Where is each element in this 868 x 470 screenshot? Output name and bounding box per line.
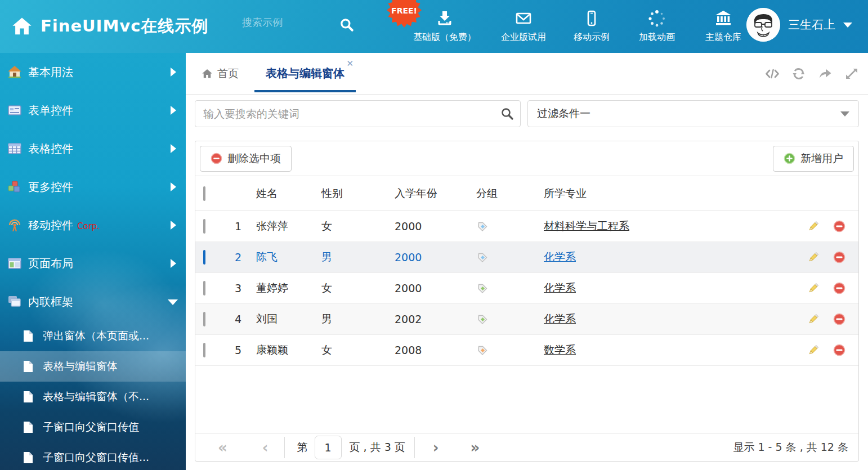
sidebar-item-form-controls[interactable]: 表单控件 <box>0 91 186 129</box>
major-link[interactable]: 化学系 <box>544 281 576 294</box>
home-icon <box>202 68 213 79</box>
sidebar-subitem-child-to-parent[interactable]: 子窗口向父窗口传值 <box>0 412 186 442</box>
sidebar-item-grid-controls[interactable]: 表格控件 <box>0 129 186 168</box>
sidebar-subitem-label: 弹出窗体（本页面或... <box>43 329 149 343</box>
cell-group <box>473 344 540 356</box>
edit-pencil-icon[interactable] <box>807 251 820 263</box>
search-icon[interactable] <box>500 107 514 120</box>
sidebar-item-label: 基本用法 <box>28 65 73 80</box>
nav-enterprise-trial[interactable]: 企业版试用 <box>490 9 557 43</box>
major-link[interactable]: 化学系 <box>544 250 576 263</box>
row-checkbox[interactable] <box>203 250 205 265</box>
first-page-button[interactable]: « <box>218 439 227 456</box>
pager-divider <box>284 437 285 458</box>
delete-row-icon[interactable] <box>833 282 845 294</box>
search-icon[interactable] <box>339 17 354 32</box>
tab-home[interactable]: 首页 <box>202 66 254 81</box>
tab-grid-edit-window[interactable]: 表格与编辑窗体 ✕ <box>254 53 356 95</box>
pagination-bar: « ‹ 第 页 , 共 3 页 › » 显示 1 - 5 条 , 共 12 条 <box>195 433 858 461</box>
fineui-demo-page: FineUIMvc在线示例 FREE! 基础版（免费） <box>0 0 868 470</box>
delete-row-icon[interactable] <box>833 251 845 263</box>
sidebar-item-mobile-controls[interactable]: 移动控件 Corp. <box>0 206 186 244</box>
header-search-input[interactable] <box>242 17 332 29</box>
sidebar-subitem-grid-edit-window-2[interactable]: 表格与编辑窗体（不... <box>0 382 186 412</box>
nav-theme-repo[interactable]: 主题仓库 <box>692 9 755 43</box>
table-icon <box>7 141 22 156</box>
row-checkbox[interactable] <box>203 219 205 234</box>
prev-page-button[interactable]: ‹ <box>262 439 269 456</box>
sidebar-item-more-controls[interactable]: 更多控件 <box>0 168 186 206</box>
nav-label: 企业版试用 <box>501 32 546 43</box>
row-actions <box>794 220 858 232</box>
corp-badge: Corp. <box>77 221 100 231</box>
select-all-checkbox[interactable] <box>203 186 205 201</box>
sidebar-subitem-child-to-parent-2[interactable]: 子窗口向父窗口传值... <box>0 442 186 470</box>
cell-gender: 女 <box>318 343 391 357</box>
delete-selected-button[interactable]: 删除选中项 <box>200 146 292 172</box>
close-icon[interactable]: ✕ <box>346 59 354 69</box>
tag-icon <box>477 314 489 325</box>
sidebar-subitem-popup-window[interactable]: 弹出窗体（本页面或... <box>0 321 186 351</box>
row-checkbox[interactable] <box>203 281 205 296</box>
nav-basic-free[interactable]: 基础版（免费） <box>404 9 486 43</box>
sidebar-item-page-layout[interactable]: 页面布局 <box>0 244 186 283</box>
sidebar-subitem-grid-edit-window[interactable]: 表格与编辑窗体 <box>0 351 186 382</box>
delete-selected-label: 删除选中项 <box>227 151 281 166</box>
filter-dropdown[interactable]: 过滤条件一 <box>527 100 859 127</box>
bank-icon <box>714 9 733 28</box>
delete-row-icon[interactable] <box>833 313 845 325</box>
nav-mobile-demo[interactable]: 移动示例 <box>561 9 622 43</box>
sidebar-item-label: 页面布局 <box>28 256 73 271</box>
row-index: 2 <box>223 251 253 263</box>
page-prefix: 第 <box>297 440 308 455</box>
row-checkbox[interactable] <box>203 312 205 326</box>
edit-pencil-icon[interactable] <box>807 344 820 356</box>
table-header: 姓名 性别 入学年份 分组 所学专业 <box>195 176 858 211</box>
refresh-icon[interactable] <box>791 66 806 81</box>
user-menu[interactable]: 三生石上 <box>746 8 852 42</box>
source-code-icon[interactable] <box>765 66 780 81</box>
home-icon[interactable] <box>11 16 33 37</box>
major-link[interactable]: 数学系 <box>544 343 576 356</box>
row-actions <box>794 344 858 356</box>
keyword-search-input[interactable] <box>195 100 521 127</box>
file-icon <box>23 451 34 464</box>
nav-label: 移动示例 <box>574 32 610 43</box>
sidebar-item-inline-frame[interactable]: 内联框架 <box>0 283 186 321</box>
house-icon <box>7 65 22 79</box>
plus-circle-icon <box>784 153 795 164</box>
expand-icon[interactable] <box>844 66 859 81</box>
chevron-right-icon <box>171 106 176 115</box>
sidebar-item-label: 表格控件 <box>28 141 73 156</box>
sidebar: 基本用法 表单控件 表格控件 <box>0 53 186 470</box>
page-number-input[interactable] <box>315 436 342 459</box>
row-checkbox[interactable] <box>203 343 205 357</box>
edit-pencil-icon[interactable] <box>807 313 820 325</box>
delete-row-icon[interactable] <box>833 220 845 232</box>
sidebar-item-basic-usage[interactable]: 基本用法 <box>0 53 186 91</box>
nav-loading-animation[interactable]: 加载动画 <box>627 9 687 43</box>
edit-pencil-icon[interactable] <box>807 220 820 232</box>
download-icon <box>435 9 454 28</box>
next-page-button[interactable]: › <box>433 439 439 456</box>
share-icon[interactable] <box>818 66 833 81</box>
cell-gender: 男 <box>318 250 391 265</box>
chevron-right-icon <box>171 68 176 77</box>
col-group: 分组 <box>473 186 540 201</box>
chevron-right-icon <box>171 259 176 268</box>
major-link[interactable]: 材料科学与工程系 <box>544 220 629 232</box>
cell-group <box>473 221 540 232</box>
avatar <box>746 8 780 42</box>
file-icon <box>23 421 34 433</box>
major-link[interactable]: 化学系 <box>544 312 576 325</box>
row-actions <box>794 282 858 294</box>
add-user-button[interactable]: 新增用户 <box>773 146 854 172</box>
col-name: 姓名 <box>253 186 318 201</box>
delete-row-icon[interactable] <box>833 344 845 356</box>
tab-active-label: 表格与编辑窗体 <box>266 66 344 81</box>
last-page-button[interactable]: » <box>471 439 480 456</box>
edit-pencil-icon[interactable] <box>807 282 820 294</box>
table-row: 1 张萍萍 女 2000 材料科学与工程系 <box>195 211 858 242</box>
cell-group <box>473 283 540 294</box>
cell-group <box>473 252 540 263</box>
